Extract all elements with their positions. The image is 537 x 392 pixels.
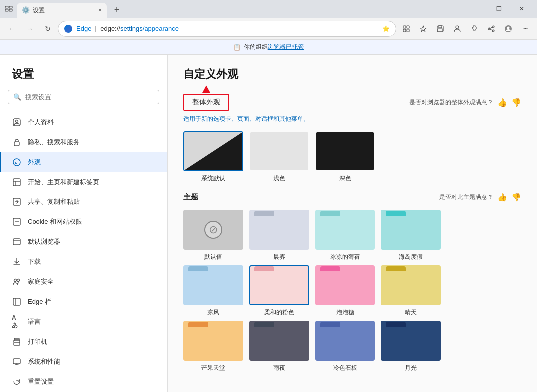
refresh-button[interactable]: ↻ <box>40 21 56 37</box>
rainy-night-body <box>250 327 308 360</box>
new-tab-button[interactable]: + <box>110 3 124 17</box>
morning-mist-label: 晨雾 <box>273 253 285 261</box>
light-card-img[interactable] <box>249 131 309 171</box>
theme-sunny-day[interactable]: 晴天 <box>381 265 441 317</box>
sidebar-item-printer[interactable]: 打印机 <box>0 332 167 352</box>
theme-dark[interactable]: 深色 <box>315 131 375 183</box>
svg-rect-19 <box>14 142 19 146</box>
tab-close-button[interactable]: × <box>98 7 102 14</box>
search-box[interactable]: 🔍 <box>8 90 159 104</box>
thumbs-up-icon[interactable]: 👍 <box>497 98 507 107</box>
cool-mint-card[interactable] <box>315 210 375 250</box>
theme-soft-pink[interactable]: 柔和的粉色 <box>249 265 309 317</box>
rainy-night-card[interactable] <box>249 321 309 361</box>
theme-morning-mist[interactable]: 晨雾 <box>249 210 309 261</box>
more-button[interactable]: ··· <box>517 21 533 37</box>
theme-cool-slate[interactable]: 冷色石板 <box>315 321 375 372</box>
soft-pink-card[interactable] <box>249 265 309 305</box>
theme-default-value[interactable]: ⊘ 默认值 <box>183 210 243 261</box>
sidebar-item-default-browser[interactable]: 默认浏览器 <box>0 232 167 252</box>
sunny-day-card[interactable] <box>381 265 441 305</box>
sidebar-item-profile[interactable]: 个人资料 <box>0 112 167 132</box>
system-default-card-img[interactable] <box>183 131 243 171</box>
theme-cool-breeze[interactable]: 凉风 <box>183 265 243 317</box>
sidebar-item-newtab[interactable]: 开始、主页和新建标签页 <box>0 172 167 192</box>
address-bar[interactable]: Edge | edge://settings/appearance ⭐ <box>58 21 396 37</box>
profile-nav-icon <box>12 117 22 127</box>
bubblegum-card[interactable] <box>315 265 375 305</box>
close-window-button[interactable]: ✕ <box>510 1 533 17</box>
mango-card[interactable] <box>183 321 243 361</box>
island-vacation-card[interactable] <box>381 210 441 250</box>
sidebar-item-appearance[interactable]: 外观 <box>0 152 167 172</box>
download-nav-icon <box>12 257 22 267</box>
share-button[interactable] <box>483 21 499 37</box>
thumbs-down-icon[interactable]: 👎 <box>511 98 521 107</box>
themes-row-1: ⊘ 默认值 晨雾 冰凉的薄荷 <box>183 210 521 261</box>
morning-mist-body <box>250 216 308 249</box>
share-nav-icon <box>12 197 22 207</box>
themes-section-title: 主题 <box>183 193 198 202</box>
default-value-card[interactable]: ⊘ <box>183 210 243 250</box>
svg-point-11 <box>456 26 459 29</box>
profile-icon-button[interactable] <box>449 21 465 37</box>
save-button[interactable] <box>432 21 448 37</box>
content-area: 自定义外观 ▲ 整体外观 是否对浏览器的整体外观满意？ 👍 👎 适用于新的选项卡… <box>168 55 537 392</box>
cool-slate-body <box>316 327 374 360</box>
theme-island-vacation[interactable]: 海岛度假 <box>381 210 441 261</box>
dark-card-img[interactable] <box>315 131 375 171</box>
theme-mango[interactable]: 芒果天堂 <box>183 321 243 372</box>
back-button[interactable]: ← <box>4 21 20 37</box>
theme-light[interactable]: 浅色 <box>249 131 309 183</box>
sidebar-item-share[interactable]: 共享、复制和粘贴 <box>0 192 167 212</box>
overall-section-header: ▲ 整体外观 是否对浏览器的整体外观满意？ 👍 👎 <box>183 94 521 111</box>
svg-rect-32 <box>13 359 20 364</box>
tab-switcher-icon[interactable] <box>4 4 14 14</box>
sidebar-item-language[interactable]: Aあ 语言 <box>0 312 167 332</box>
system-nav-icon <box>12 357 22 367</box>
moonlight-card[interactable] <box>381 321 441 361</box>
svg-rect-2 <box>5 9 8 11</box>
system-nav-label: 系统和性能 <box>28 357 60 366</box>
infobar-link[interactable]: 浏览器已托管 <box>268 43 304 50</box>
sidebar-item-edge-bar[interactable]: Edge 栏 <box>0 292 167 312</box>
svg-point-18 <box>16 120 18 123</box>
morning-mist-card[interactable] <box>249 210 309 250</box>
cool-breeze-card[interactable] <box>183 265 243 305</box>
theme-rainy-night[interactable]: 雨夜 <box>249 321 309 372</box>
search-input[interactable] <box>25 93 154 101</box>
sidebar-item-cookie[interactable]: Cookie 和网站权限 <box>0 212 167 232</box>
sidebar-item-system[interactable]: 系统和性能 <box>0 352 167 372</box>
profile-avatar-button[interactable] <box>500 21 516 37</box>
infobar-icon: 📋 <box>233 44 241 51</box>
restore-button[interactable]: ❐ <box>487 1 510 17</box>
theme-cool-mint[interactable]: 冰凉的薄荷 <box>315 210 375 261</box>
cool-slate-card[interactable] <box>315 321 375 361</box>
sidebar-item-reset[interactable]: 重置设置 <box>0 372 167 392</box>
appearance-nav-label: 外观 <box>28 158 41 167</box>
collections-button[interactable] <box>398 21 414 37</box>
theme-bubblegum[interactable]: 泡泡糖 <box>315 265 375 317</box>
default-browser-nav-label: 默认浏览器 <box>28 237 60 246</box>
browser-nav-icon <box>12 237 22 247</box>
island-vacation-label: 海岛度假 <box>399 253 423 261</box>
favorite-button[interactable] <box>415 21 431 37</box>
profile-nav-label: 个人资料 <box>28 118 54 127</box>
window-controls: — ❐ ✕ <box>464 1 533 17</box>
sidebar-item-download[interactable]: 下载 <box>0 252 167 272</box>
moonlight-label: 月光 <box>405 364 417 372</box>
minimize-button[interactable]: — <box>464 1 487 17</box>
theme-system-default[interactable]: 系统默认 <box>183 131 243 183</box>
sidebar-item-privacy[interactable]: 隐私、搜索和服务 <box>0 132 167 152</box>
active-tab[interactable]: ⚙️ 设置 × <box>17 3 107 18</box>
sidebar-item-family[interactable]: 家庭安全 <box>0 272 167 292</box>
language-nav-icon: Aあ <box>12 317 22 327</box>
forward-button[interactable]: → <box>22 21 38 37</box>
edge-bar-nav-label: Edge 栏 <box>28 297 51 306</box>
edge-favicon <box>64 25 72 33</box>
theme-moonlight[interactable]: 月光 <box>381 321 441 372</box>
infobar-text: 你的组织浏览器已托管 <box>244 43 304 51</box>
themes-thumbs-up-icon[interactable]: 👍 <box>497 193 507 202</box>
themes-thumbs-down-icon[interactable]: 👎 <box>511 193 521 202</box>
extensions-button[interactable] <box>466 21 482 37</box>
